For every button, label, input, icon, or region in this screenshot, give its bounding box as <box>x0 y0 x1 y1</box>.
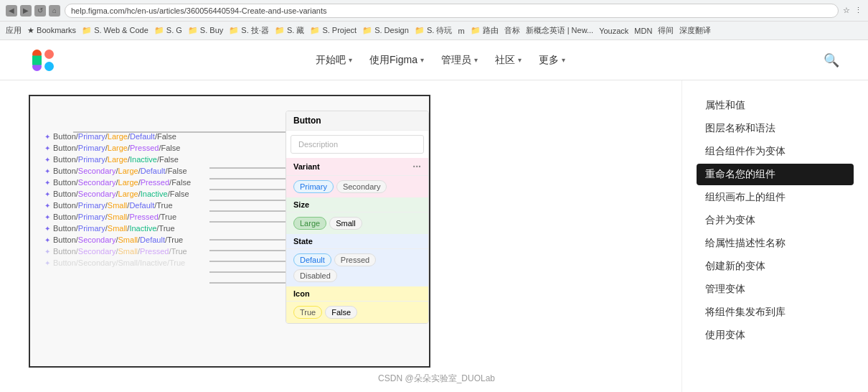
bookmark-collection[interactable]: 📁 S. 藏 <box>275 25 305 36</box>
address-bar[interactable]: help.figma.com/hc/en-us/articles/3600564… <box>65 4 839 18</box>
bookmark-m[interactable]: m <box>458 27 464 35</box>
bookmark-skills[interactable]: 📁 S. 技·器 <box>229 25 269 36</box>
button-list: ✦ Button/Primary/Large/Default/False ✦ B… <box>44 132 191 267</box>
bookmark-sg[interactable]: 📁 S. G <box>154 26 182 35</box>
browser-icons: ☆ ⋮ <box>843 6 862 15</box>
icon-section: Icon True False <box>286 286 428 323</box>
variant-pills: Primary Secondary <box>286 176 428 197</box>
bookmark-mdn[interactable]: MDN <box>634 27 652 35</box>
pill-pressed[interactable]: Pressed <box>334 253 376 266</box>
figure-inner: ✦ Button/Primary/Large/Default/False ✦ B… <box>30 96 429 366</box>
component-icon: ✦ <box>44 259 50 267</box>
pill-secondary[interactable]: Secondary <box>336 180 387 193</box>
list-item: ✦ Button/Primary/Large/Pressed/False <box>44 144 191 152</box>
sidebar-item-descriptive-names[interactable]: 给属性描述性名称 <box>697 233 854 254</box>
sidebar-item-merge-variants[interactable]: 合并为变体 <box>697 210 854 231</box>
list-item: ✦ Button/Secondary/Large/Default/False <box>44 167 191 175</box>
bookmark-bookmarks[interactable]: ★ Bookmarks <box>27 26 76 35</box>
sidebar-item-use-variants[interactable]: 使用变体 <box>697 325 854 346</box>
chevron-icon: ▾ <box>474 56 478 64</box>
sidebar-item-publish-library[interactable]: 将组件集发布到库 <box>697 302 854 323</box>
pill-false[interactable]: False <box>325 306 357 319</box>
browser-controls: ◀ ▶ ↺ ⌂ <box>6 5 60 17</box>
component-icon: ✦ <box>44 225 50 233</box>
bookmark-web-code[interactable]: 📁 S. Web & Code <box>82 26 148 35</box>
pill-small[interactable]: Small <box>329 217 362 230</box>
chevron-icon: ▾ <box>562 56 565 64</box>
list-item: ✦ Button/Secondary/Small/Pressed/True <box>44 247 191 256</box>
search-icon[interactable]: 🔍 <box>824 52 839 68</box>
bookmarks-bar: 应用 ★ Bookmarks 📁 S. Web & Code 📁 S. G 📁 … <box>0 22 868 40</box>
panel-description[interactable]: Description <box>291 135 424 154</box>
component-icon: ✦ <box>44 156 50 164</box>
pill-disabled[interactable]: Disabled <box>293 269 337 282</box>
svg-point-3 <box>44 62 54 71</box>
figma-panel: Button Description Variant ··· Primary <box>286 111 429 324</box>
article-area: ✦ Button/Primary/Large/Default/False ✦ B… <box>0 80 681 392</box>
component-icon: ✦ <box>44 144 50 152</box>
refresh-button[interactable]: ↺ <box>34 5 46 17</box>
bookmark-project[interactable]: 📁 S. Project <box>310 26 357 35</box>
pill-large[interactable]: Large <box>293 217 326 230</box>
chevron-icon: ▾ <box>349 56 352 64</box>
browser-bar: ◀ ▶ ↺ ⌂ help.figma.com/hc/en-us/articles… <box>0 0 868 22</box>
sidebar-item-rename-components[interactable]: 重命名您的组件 <box>697 164 854 185</box>
list-item: ✦ Button/Primary/Small/Default/True <box>44 201 191 210</box>
size-section-header: Size <box>286 197 428 213</box>
component-icon: ✦ <box>44 202 50 210</box>
bookmark-buy[interactable]: 📁 S. Buy <box>188 26 223 35</box>
sidebar: 属性和值 图层名称和语法 组合组件作为变体 重命名您的组件 组织画布上的组件 合… <box>681 80 868 392</box>
component-icon: ✦ <box>44 213 50 221</box>
extension-icon: ☆ <box>843 6 850 15</box>
sidebar-item-combine-components[interactable]: 组合组件作为变体 <box>697 141 854 162</box>
back-button[interactable]: ◀ <box>6 5 17 17</box>
nav-use-figma[interactable]: 使用Figma ▾ <box>369 54 424 67</box>
component-icon: ✦ <box>44 236 50 244</box>
component-icon: ✦ <box>44 133 50 141</box>
bookmark-dejian[interactable]: 得间 <box>658 25 674 36</box>
list-item: ✦ Button/Secondary/Large/Pressed/False <box>44 178 191 187</box>
nav-more[interactable]: 更多 ▾ <box>539 54 565 67</box>
bookmark-router[interactable]: 📁 路由 <box>471 25 499 36</box>
forward-button[interactable]: ▶ <box>20 5 32 17</box>
icon-pills: True False <box>286 302 428 323</box>
sidebar-item-layer-names[interactable]: 图层名称和语法 <box>697 118 854 139</box>
nav-admin[interactable]: 管理员 ▾ <box>441 54 478 67</box>
figure-container: ✦ Button/Primary/Large/Default/False ✦ B… <box>29 95 430 368</box>
size-pills: Large Small <box>286 213 428 234</box>
list-item: ✦ Button/Primary/Small/Pressed/True <box>44 213 191 221</box>
sidebar-item-create-variants[interactable]: 创建新的变体 <box>697 256 854 277</box>
list-item: ✦ Button/Secondary/Small/Default/True <box>44 235 191 244</box>
bookmark-translate[interactable]: 深度翻译 <box>679 25 711 36</box>
state-pills: Default Pressed Disabled <box>286 249 428 286</box>
sidebar-item-properties[interactable]: 属性和值 <box>697 95 854 116</box>
chevron-icon: ▾ <box>420 56 424 64</box>
watermark: CSDN @朵朵实验室_DUOLab <box>378 373 495 385</box>
url-text: help.figma.com/hc/en-us/articles/3600564… <box>71 6 326 15</box>
bookmark-apps[interactable]: 应用 <box>6 25 22 36</box>
home-button[interactable]: ⌂ <box>49 5 60 17</box>
sidebar-item-organize-canvas[interactable]: 组织画布上的组件 <box>697 187 854 208</box>
pill-true[interactable]: True <box>293 306 322 319</box>
state-section-header: State <box>286 234 428 249</box>
list-item: ✦ Button/Secondary/Small/Inactive/True <box>44 258 191 267</box>
bookmark-english[interactable]: 新概念英语 | New... <box>526 25 594 36</box>
nav-community[interactable]: 社区 ▾ <box>495 54 522 67</box>
sidebar-item-manage-variants[interactable]: 管理变体 <box>697 279 854 300</box>
variant-section: Variant ··· Primary Secondary <box>286 158 428 197</box>
nav-start[interactable]: 开始吧 ▾ <box>316 54 352 67</box>
figma-logo <box>29 46 57 75</box>
pill-default[interactable]: Default <box>293 253 331 266</box>
pill-primary[interactable]: Primary <box>293 180 334 193</box>
figma-nav: 开始吧 ▾ 使用Figma ▾ 管理员 ▾ 社区 ▾ 更多 ▾ <box>86 54 795 67</box>
list-item: ✦ Button/Primary/Large/Default/False <box>44 132 191 141</box>
more-options-icon[interactable]: ··· <box>412 161 421 172</box>
bookmark-games[interactable]: 📁 S. 待玩 <box>415 25 453 36</box>
bookmark-design[interactable]: 📁 S. Design <box>362 26 409 35</box>
bookmark-youzack[interactable]: Youzack <box>599 27 628 35</box>
component-icon: ✦ <box>44 167 50 175</box>
list-item: ✦ Button/Primary/Large/Inactive/False <box>44 155 191 164</box>
panel-header: Button <box>286 111 428 131</box>
size-section: Size Large Small <box>286 197 428 234</box>
bookmark-phonetics[interactable]: 音标 <box>504 25 520 36</box>
